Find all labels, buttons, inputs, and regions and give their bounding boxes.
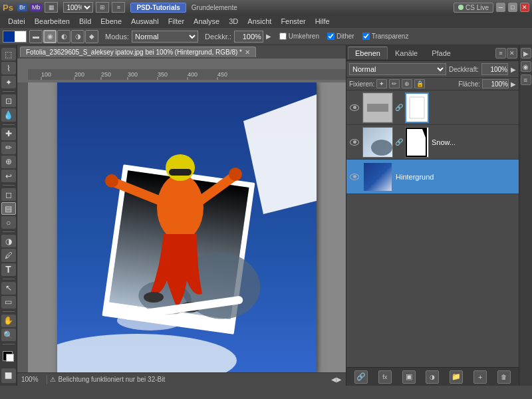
tool-clone[interactable]: ⊕ (1, 156, 16, 168)
panel-collapse-icon[interactable]: ✕ (507, 48, 517, 59)
tool-marquee[interactable]: ⬚ (1, 48, 16, 61)
flache-arrow[interactable]: ▶ (511, 80, 516, 88)
tab-pfade[interactable]: Pfade (425, 47, 458, 59)
tool-dodge[interactable]: ◑ (1, 235, 16, 247)
gradient-color-box[interactable] (3, 31, 27, 43)
bridge-btn[interactable]: Br (17, 3, 27, 11)
menu-bild[interactable]: Bild (75, 16, 95, 27)
tool-eraser[interactable]: ◻ (1, 188, 16, 201)
modus-select[interactable]: Normal Multiplizieren Überlagern (132, 31, 198, 43)
fix-transform-btn[interactable]: ⊕ (402, 79, 412, 88)
arrange-icon[interactable]: ▦ (45, 2, 58, 13)
tool-history[interactable]: ↩ (1, 170, 16, 182)
view-options-icon[interactable]: ⊞ (96, 2, 109, 13)
menu-ebene[interactable]: Ebene (96, 16, 126, 27)
fix-all-btn[interactable]: 🔒 (414, 79, 425, 88)
tool-spot-heal[interactable]: ✚ (1, 128, 16, 140)
flache-input[interactable] (482, 79, 509, 88)
tool-path-select[interactable]: ↖ (1, 282, 16, 295)
tool-magic-wand[interactable]: ✦ (1, 76, 16, 88)
layer-item-hintergrund[interactable]: Hintergrund (346, 160, 519, 194)
layer-link-0[interactable]: 🔗 (396, 102, 402, 113)
layer-delete-btn[interactable]: 🗑 (497, 370, 511, 384)
strip-btn-1[interactable]: ▶ (521, 48, 531, 59)
tab-ebenen[interactable]: Ebenen (348, 47, 388, 59)
tool-eyedropper[interactable]: 💧 (1, 108, 16, 121)
tool-lasso[interactable]: ⌇ (1, 62, 16, 74)
layer-eye-1[interactable] (349, 137, 360, 148)
panel-menu-icon[interactable]: ≡ (495, 48, 506, 59)
status-scroll-left[interactable]: ◀ (331, 376, 336, 383)
ps-tutorials-button[interactable]: PSD-Tutorials (130, 3, 186, 13)
opacity-arrow[interactable]: ▶ (511, 66, 516, 73)
status-scroll-right[interactable]: ▶ (336, 376, 342, 383)
dither-checkbox[interactable] (327, 33, 334, 40)
doc-tab-close-btn[interactable]: ✕ (245, 49, 250, 56)
tab-kanaele[interactable]: Kanäle (388, 47, 424, 59)
tool-pen[interactable]: 🖊 (1, 249, 16, 261)
menu-bearbeiten[interactable]: Bearbeiten (31, 16, 74, 27)
tool-zoom[interactable]: 🔍 (1, 329, 16, 341)
gradient-angle-btn[interactable]: ◐ (57, 30, 70, 43)
opacity-input[interactable] (481, 63, 508, 75)
fix-paint-btn[interactable]: ✏ (389, 79, 400, 88)
tool-hand[interactable]: ✋ (1, 315, 16, 327)
minimize-button[interactable]: ─ (496, 3, 505, 12)
gradient-radial-btn[interactable]: ◉ (43, 30, 57, 43)
layer-mask-1 (405, 127, 429, 158)
menu-auswahl[interactable]: Auswahl (127, 16, 163, 27)
ps-logo: Ps (3, 3, 13, 13)
tool-blur[interactable]: ○ (1, 216, 16, 229)
tool-crop[interactable]: ⊡ (1, 94, 16, 107)
eye-pupil-0 (353, 106, 356, 109)
layer-mode-select[interactable]: Normal Multiplizieren (349, 63, 446, 75)
background-color[interactable] (6, 354, 14, 362)
layer-link-btn[interactable]: 🔗 (354, 370, 368, 384)
gradient-reflected-btn[interactable]: ◑ (71, 30, 84, 43)
layers-blend-controls: Normal Multiplizieren Deckkraft: ▶ (346, 61, 519, 78)
umkehren-checkbox[interactable] (279, 33, 287, 40)
layer-mask-btn[interactable]: ▣ (402, 370, 416, 384)
layer-fx-btn[interactable]: fx (378, 370, 392, 384)
gradient-diamond-btn[interactable]: ◆ (85, 30, 98, 43)
extra-options-icon[interactable]: ≡ (112, 2, 125, 13)
layer-group-btn[interactable]: 📁 (450, 370, 463, 384)
quick-mask-btn[interactable]: ⬜ (1, 368, 16, 383)
tool-gradient[interactable]: ▤ (1, 202, 16, 215)
menu-datei[interactable]: Datei (4, 16, 29, 27)
strip-btn-3[interactable]: ≡ (521, 74, 531, 85)
transparenz-checkbox[interactable] (362, 33, 370, 40)
layer-item-adjustment[interactable]: 🔗 (346, 90, 519, 125)
layer-adjust-btn[interactable]: ◑ (426, 370, 439, 384)
menu-filter[interactable]: Filter (164, 16, 188, 27)
layer-new-btn[interactable]: + (473, 370, 487, 384)
miniBridge-btn[interactable]: Mb (30, 3, 43, 11)
status-icon[interactable]: ⚠ (50, 376, 56, 383)
layer-eye-0[interactable] (349, 102, 360, 113)
menu-fenster[interactable]: Fenster (277, 16, 309, 27)
document-tab[interactable]: Fotolia_23629605_S_aleksey ipatov.jpg be… (20, 47, 256, 57)
deckkraft-input[interactable] (234, 31, 263, 43)
tool-brush[interactable]: ✏ (1, 142, 16, 154)
menu-hilfe[interactable]: Hilfe (311, 16, 334, 27)
tool-shape[interactable]: ▭ (1, 296, 16, 309)
menu-analyse[interactable]: Analyse (190, 16, 223, 27)
menu-ansicht[interactable]: Ansicht (243, 16, 275, 27)
gradient-linear-btn[interactable]: ▬ (29, 30, 43, 43)
layer-item-snow[interactable]: 🔗 Snow... (346, 125, 519, 160)
status-bar: 100% ⚠ Belichtung funktioniert nur bei 3… (17, 372, 346, 386)
tool-text[interactable]: T (1, 263, 16, 276)
fix-pos-btn[interactable]: ✦ (376, 79, 387, 88)
menu-3d[interactable]: 3D (225, 16, 242, 27)
dither-label: Dither (336, 33, 354, 40)
canvas-area[interactable] (28, 82, 346, 372)
deckkraft-arrow[interactable]: ▶ (266, 33, 271, 40)
layer-info-2: Hintergrund (396, 173, 516, 181)
layer-link-1[interactable]: 🔗 (396, 137, 402, 148)
maximize-button[interactable]: □ (508, 3, 517, 12)
layer-eye-2[interactable] (349, 172, 360, 182)
close-button[interactable]: ✕ (520, 3, 529, 12)
cs-live-button[interactable]: CS Live (454, 3, 493, 13)
strip-btn-2[interactable]: ◉ (521, 61, 531, 72)
zoom-select[interactable]: 100% 50% 200% (63, 2, 93, 13)
